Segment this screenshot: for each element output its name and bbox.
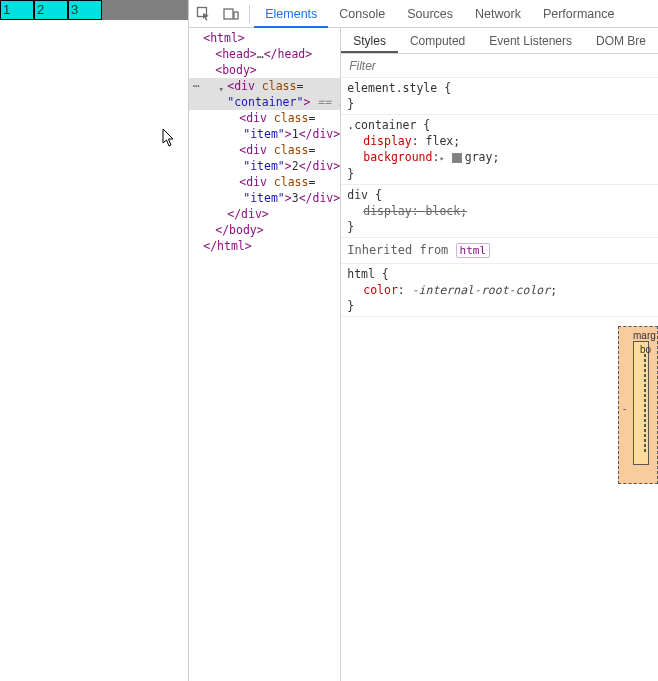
css-declaration-overridden[interactable]: display: block; (347, 203, 652, 219)
css-rule-html[interactable]: html { color: -internal-root-color; } (341, 264, 658, 317)
box-model-diagram[interactable]: marg bo - (618, 326, 658, 484)
mouse-cursor-icon (162, 128, 176, 148)
styles-filter-row (341, 54, 658, 78)
ellipsis-gutter[interactable]: ⋯ (189, 78, 203, 94)
inspect-element-icon[interactable] (189, 0, 217, 28)
tab-performance[interactable]: Performance (532, 0, 626, 28)
tab-sources[interactable]: Sources (396, 0, 464, 28)
dom-node[interactable]: </div> (189, 206, 340, 222)
box-model-margin-label: marg (633, 330, 656, 341)
inherited-from-link[interactable]: html (456, 243, 491, 258)
dom-node[interactable]: </html> (189, 238, 340, 254)
dom-node[interactable]: <div class= (189, 174, 340, 190)
styles-tabs: Styles Computed Event Listeners DOM Bre (341, 28, 658, 54)
color-swatch[interactable] (452, 153, 462, 163)
dom-tree-panel[interactable]: <html> <head>…</head> <body> ⋯ <div clas… (189, 28, 341, 681)
dom-node-cont[interactable]: "item">3</div> (189, 190, 340, 206)
tab-elements[interactable]: Elements (254, 0, 328, 28)
flex-item[interactable]: 3 (68, 0, 102, 20)
css-rule-element-style[interactable]: element.style { } (341, 78, 658, 115)
tab-console[interactable]: Console (328, 0, 396, 28)
flex-item[interactable]: 1 (0, 0, 34, 20)
css-rule-container[interactable]: .container { display: flex; background:▸… (341, 115, 658, 185)
device-toolbar-icon[interactable] (217, 0, 245, 28)
svg-rect-2 (234, 12, 238, 19)
devtools-panel: Elements Console Sources Network Perform… (189, 0, 658, 681)
flex-item[interactable]: 2 (34, 0, 68, 20)
dom-node[interactable]: <div class= (189, 142, 340, 158)
svg-rect-1 (224, 9, 233, 19)
inherited-from-separator: Inherited from html (341, 238, 658, 264)
flex-container[interactable]: 1 2 3 (0, 0, 188, 20)
dom-node-selected-cont[interactable]: "container"> == $0 (189, 94, 340, 110)
expand-shorthand-icon[interactable]: ▸ (439, 153, 444, 163)
dom-node[interactable]: <head>…</head> (189, 46, 340, 62)
css-rules-list: element.style { } .container { display: … (341, 78, 658, 317)
styles-panel: Styles Computed Event Listeners DOM Bre … (341, 28, 658, 681)
devtools-toolbar: Elements Console Sources Network Perform… (189, 0, 658, 28)
dom-node[interactable]: </body> (189, 222, 340, 238)
box-model-value: - (623, 403, 626, 414)
css-declaration[interactable]: display: flex; (347, 133, 652, 149)
css-declaration[interactable]: background:▸ gray; (347, 149, 652, 166)
css-rule-div[interactable]: div { display: block; } (341, 185, 658, 238)
tab-event-listeners[interactable]: Event Listeners (477, 28, 584, 53)
dom-node[interactable]: <body> (189, 62, 340, 78)
dom-node-cont[interactable]: "item">2</div> (189, 158, 340, 174)
tab-dom-breakpoints[interactable]: DOM Bre (584, 28, 658, 53)
dom-node-cont[interactable]: "item">1</div> (189, 126, 340, 142)
tab-styles[interactable]: Styles (341, 28, 398, 53)
dom-node[interactable]: <div class= (189, 110, 340, 126)
rendered-page-pane: 1 2 3 (0, 0, 189, 681)
tab-network[interactable]: Network (464, 0, 532, 28)
styles-filter-input[interactable] (341, 54, 658, 77)
css-declaration[interactable]: color: -internal-root-color; (347, 282, 652, 298)
divider (249, 5, 250, 23)
dom-node[interactable]: <html> (189, 30, 340, 46)
dom-node-selected[interactable]: ⋯ <div class= (189, 78, 340, 94)
tab-computed[interactable]: Computed (398, 28, 477, 53)
